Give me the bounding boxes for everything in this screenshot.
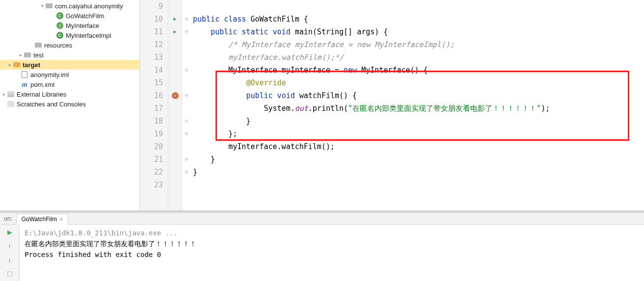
- tree-item-label: com.caiyahui.anonymity: [55, 2, 123, 10]
- run-line-icon[interactable]: ▶: [173, 13, 177, 26]
- tree-item[interactable]: CMyInterfaceImpl: [0, 30, 139, 40]
- rerun-button[interactable]: ▶: [4, 227, 15, 237]
- fold-toggle[interactable]: ⊖: [182, 89, 191, 102]
- tree-item-label: resources: [44, 42, 72, 49]
- tree-item[interactable]: IMyInterface: [0, 21, 139, 30]
- code-line[interactable]: myInterface.watchFilm();: [193, 140, 644, 153]
- code-line[interactable]: MyInterface myInterface = new MyInterfac…: [193, 64, 644, 77]
- line-number-gutter: 91011121314151617181920212223: [140, 0, 168, 210]
- fold-toggle[interactable]: ⊖: [182, 128, 191, 140]
- code-line[interactable]: System.out.println("在匿名内部类里面实现了带女朋友看电影了！…: [193, 102, 644, 115]
- line-number: 18: [140, 115, 164, 128]
- line-number: 10: [140, 13, 164, 26]
- fold-toggle[interactable]: ⊖: [182, 26, 191, 38]
- tree-item[interactable]: Scratches and Consoles: [0, 99, 139, 109]
- fold-toggle[interactable]: ⊖: [182, 166, 191, 179]
- project-tree[interactable]: ▾com.caiyahui.anonymityCGoWatchFilmIMyIn…: [0, 0, 140, 210]
- line-number: 20: [140, 140, 164, 153]
- fold-toggle: [182, 102, 191, 115]
- code-line[interactable]: [193, 179, 644, 191]
- fold-toggle[interactable]: ⊖: [182, 153, 191, 166]
- code-editor[interactable]: 91011121314151617181920212223 ▶▶↑ ⊖⊖⊖⊖⊖⊖…: [140, 0, 644, 210]
- code-line[interactable]: myInterface.watchFilm();*/: [193, 51, 644, 64]
- line-number: 22: [140, 166, 164, 179]
- fold-toggle: [182, 51, 191, 64]
- code-line[interactable]: /* MyInterface myInterface = new MyInter…: [193, 38, 644, 51]
- line-number: 14: [140, 64, 164, 77]
- fold-toggle[interactable]: ⊖: [182, 13, 191, 26]
- fold-toggle[interactable]: ⊖: [182, 115, 191, 128]
- tree-item-label: target: [23, 61, 40, 69]
- expand-toggle[interactable]: ▸: [1, 92, 7, 97]
- line-number: 13: [140, 51, 164, 64]
- line-number: 12: [140, 38, 164, 51]
- expand-toggle[interactable]: ▸: [7, 62, 13, 67]
- toolwindow-label: un:: [0, 215, 16, 222]
- tree-item-label: GoWatchFilm: [66, 12, 104, 20]
- console-output[interactable]: E:\Java\jdk1.8.0_211\bin\java.exe ...在匿名…: [20, 225, 644, 281]
- code-line[interactable]: public void watchFilm() {: [193, 89, 644, 102]
- run-gutter[interactable]: ▶▶↑: [168, 0, 182, 210]
- tree-item[interactable]: ▸target: [0, 60, 139, 70]
- override-icon[interactable]: ↑: [172, 92, 179, 99]
- fold-gutter[interactable]: ⊖⊖⊖⊖⊖⊖⊖⊖: [182, 0, 191, 210]
- console-line: E:\Java\jdk1.8.0_211\bin\java.exe ...: [25, 228, 639, 238]
- fold-toggle: [182, 140, 191, 153]
- tree-item-label: MyInterface: [66, 22, 99, 29]
- folder-gray-icon: [24, 51, 31, 59]
- run-line-icon[interactable]: ▶: [173, 26, 177, 38]
- tree-item-label: test: [33, 51, 44, 59]
- tree-item-label: anonymity.iml: [30, 71, 69, 78]
- code-line[interactable]: }: [193, 115, 644, 128]
- line-number: 23: [140, 179, 164, 191]
- expand-toggle[interactable]: ▾: [39, 3, 45, 8]
- m-icon: m: [21, 80, 28, 88]
- folder-gray-icon: [45, 2, 53, 10]
- code-line[interactable]: [193, 0, 644, 13]
- code-area[interactable]: public class GoWatchFilm { public static…: [191, 0, 644, 210]
- fold-toggle: [182, 179, 191, 191]
- line-number: 19: [140, 128, 164, 140]
- console-line: 在匿名内部类里面实现了带女朋友看电影了！！！！！！: [25, 238, 639, 249]
- fold-toggle[interactable]: ⊖: [182, 64, 191, 77]
- scratch-icon: [7, 100, 15, 108]
- code-line[interactable]: public class GoWatchFilm {: [193, 13, 644, 26]
- close-icon[interactable]: ×: [60, 216, 63, 222]
- tree-item[interactable]: ▸External Libraries: [0, 89, 139, 99]
- code-line[interactable]: }: [193, 166, 644, 179]
- tree-item-label: External Libraries: [17, 91, 66, 98]
- run-tool-window: un: GoWatchFilm × ▶ ↑ ↓ ⬚ 🖶 E:\Java\jdk1…: [0, 212, 644, 281]
- code-line[interactable]: }: [193, 153, 644, 166]
- code-line[interactable]: };: [193, 128, 644, 140]
- tree-item[interactable]: CGoWatchFilm: [0, 11, 139, 21]
- wrap-button[interactable]: ⬚: [4, 268, 15, 279]
- fold-toggle: [182, 77, 191, 89]
- down-button[interactable]: ↓: [4, 254, 15, 265]
- class-c-icon: C: [56, 31, 64, 39]
- tree-item[interactable]: resources: [0, 40, 139, 50]
- up-button[interactable]: ↑: [4, 240, 15, 251]
- console-line: Process finished with exit code 0: [25, 249, 639, 260]
- tree-item[interactable]: mpom.xml: [0, 79, 139, 89]
- tree-item[interactable]: anonymity.iml: [0, 70, 139, 79]
- class-c-icon: C: [56, 12, 64, 20]
- folder-gray-icon: [34, 41, 42, 49]
- code-line[interactable]: public static void main(String[] args) {: [193, 26, 644, 38]
- line-number: 11: [140, 26, 164, 38]
- run-config-tab[interactable]: GoWatchFilm ×: [16, 214, 69, 225]
- line-number: 21: [140, 153, 164, 166]
- line-number: 17: [140, 102, 164, 115]
- tree-item[interactable]: ▾com.caiyahui.anonymity: [0, 1, 139, 11]
- tree-item[interactable]: ▸test: [0, 50, 139, 60]
- line-number: 16: [140, 89, 164, 102]
- run-toolbar: ▶ ↑ ↓ ⬚ 🖶: [0, 225, 20, 281]
- iml-icon: [21, 71, 28, 78]
- folder-orange-icon: [13, 61, 21, 69]
- interface-i-icon: I: [56, 22, 64, 29]
- fold-toggle: [182, 0, 191, 13]
- tree-item-label: MyInterfaceImpl: [66, 32, 111, 39]
- line-number: 15: [140, 77, 164, 89]
- lib-icon: [7, 90, 15, 98]
- code-line[interactable]: @Override: [193, 77, 644, 89]
- expand-toggle[interactable]: ▸: [18, 52, 24, 57]
